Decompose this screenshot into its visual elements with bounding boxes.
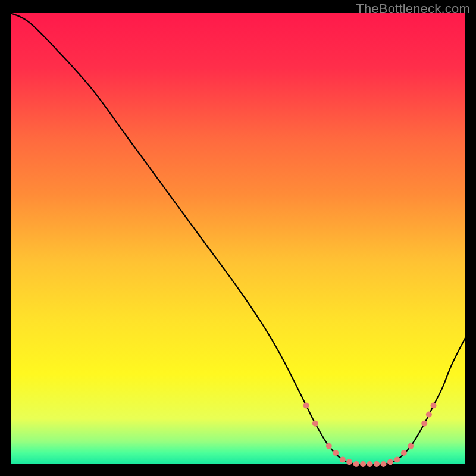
watermark: TheBottleneck.com xyxy=(356,1,470,17)
valley-marker xyxy=(353,461,359,467)
valley-marker xyxy=(408,443,414,449)
valley-marker xyxy=(360,461,366,467)
valley-marker xyxy=(394,456,400,462)
valley-marker xyxy=(431,402,437,408)
valley-marker xyxy=(326,443,332,449)
valley-marker xyxy=(401,450,407,456)
valley-marker xyxy=(426,412,432,418)
valley-marker xyxy=(374,461,380,467)
valley-marker xyxy=(387,459,393,465)
chart-container: TheBottleneck.com xyxy=(0,0,476,476)
valley-marker xyxy=(340,456,346,462)
valley-marker xyxy=(346,459,352,465)
valley-marker xyxy=(333,450,339,456)
plot-area xyxy=(11,13,465,464)
valley-marker xyxy=(303,402,309,408)
valley-marker xyxy=(380,461,386,467)
bottleneck-chart xyxy=(0,0,476,476)
valley-marker xyxy=(421,421,427,427)
valley-marker xyxy=(312,421,318,427)
valley-marker xyxy=(367,461,373,467)
